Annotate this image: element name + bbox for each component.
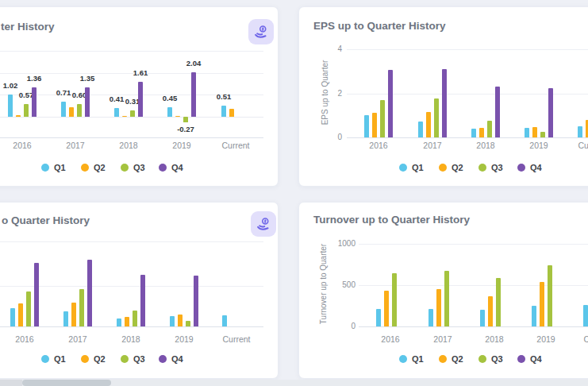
bar-q2[interactable] xyxy=(125,317,130,326)
bar-q2[interactable] xyxy=(384,291,390,326)
bar-q4[interactable] xyxy=(548,88,554,137)
legend-marker-q2 xyxy=(81,164,89,172)
bar-q3[interactable] xyxy=(434,98,440,137)
bar-q4[interactable] xyxy=(34,263,40,326)
bar-q3[interactable] xyxy=(380,100,386,137)
bar-q3[interactable] xyxy=(130,110,136,118)
bar-q1[interactable] xyxy=(429,309,434,326)
bar-q2[interactable] xyxy=(178,315,183,326)
bar-q1[interactable] xyxy=(525,128,530,138)
bar-q2[interactable] xyxy=(479,128,485,138)
bar-q2[interactable] xyxy=(532,127,538,137)
legend-marker-q3 xyxy=(121,355,129,363)
legend-item-q1[interactable]: Q1 xyxy=(412,163,424,172)
x-axis-category-label: Current xyxy=(567,141,588,150)
bar-q2[interactable] xyxy=(372,113,378,137)
legend-item-q1[interactable]: Q1 xyxy=(412,354,424,364)
bar-q4[interactable] xyxy=(140,275,146,326)
bar-q1[interactable] xyxy=(10,308,16,326)
bar-q2[interactable] xyxy=(229,109,235,117)
legend-item-q4[interactable]: Q4 xyxy=(171,163,183,172)
bar-q3[interactable] xyxy=(548,265,553,326)
bar-q1[interactable] xyxy=(532,306,537,326)
bar-q3[interactable] xyxy=(540,132,546,137)
legend-marker-q2 xyxy=(81,355,89,363)
x-axis-category-label: 2018 xyxy=(460,141,511,150)
bar-q3[interactable] xyxy=(392,273,398,326)
bar-q3[interactable] xyxy=(24,104,29,117)
legend-marker-q3 xyxy=(121,164,129,172)
bar-q4[interactable] xyxy=(388,70,394,137)
charts-layer: 1.020.710.410.450.510.570.600.31-0.271.3… xyxy=(0,0,588,386)
bar-q3[interactable] xyxy=(26,291,32,326)
x-axis-category-label: Current xyxy=(211,334,262,344)
bar-q2[interactable] xyxy=(71,303,77,326)
bar-q1[interactable] xyxy=(480,310,486,326)
bar-q2[interactable] xyxy=(16,115,21,117)
bar-q2[interactable] xyxy=(540,282,545,326)
bar-q3[interactable] xyxy=(496,278,502,326)
bar-q4[interactable] xyxy=(138,82,144,117)
bar-q1[interactable] xyxy=(117,318,122,326)
bar-q3[interactable] xyxy=(186,321,191,326)
bar-q4[interactable] xyxy=(87,260,93,326)
bar-q1[interactable] xyxy=(222,315,228,326)
bar-q2[interactable] xyxy=(122,116,128,117)
gridline xyxy=(347,49,588,50)
legend-item-q1[interactable]: Q1 xyxy=(54,354,66,364)
x-axis-category-label: 2016 xyxy=(365,334,416,344)
bar-q3[interactable] xyxy=(77,104,83,118)
legend-item-q3[interactable]: Q3 xyxy=(133,354,145,364)
legend-item-q3[interactable]: Q3 xyxy=(491,354,503,364)
bar-q2[interactable] xyxy=(436,289,442,326)
bar-q4[interactable] xyxy=(85,87,90,117)
bar-q1[interactable] xyxy=(221,106,227,117)
y-axis-tick-label: 0 xyxy=(329,322,355,330)
legend-item-q4[interactable]: Q4 xyxy=(530,163,542,172)
legend-item-q4[interactable]: Q4 xyxy=(171,354,183,364)
bar-q2[interactable] xyxy=(18,303,24,326)
bar-q3[interactable] xyxy=(487,121,493,137)
bar-q1[interactable] xyxy=(63,311,69,326)
legend-item-q3[interactable]: Q3 xyxy=(133,163,145,172)
legend-item-q4[interactable]: Q4 xyxy=(530,354,542,364)
bar-q1[interactable] xyxy=(471,129,477,137)
bar-q2[interactable] xyxy=(69,107,75,117)
bar-q1[interactable] xyxy=(376,309,382,326)
bar-q3[interactable] xyxy=(183,117,189,122)
bar-q1[interactable] xyxy=(578,126,583,137)
legend-item-q3[interactable]: Q3 xyxy=(491,163,503,172)
legend-item-q1[interactable]: Q1 xyxy=(54,163,66,172)
legend-item-q2[interactable]: Q2 xyxy=(452,163,463,172)
bar-q1[interactable] xyxy=(583,305,588,326)
x-axis-line xyxy=(347,137,588,138)
bar-q3[interactable] xyxy=(444,271,450,326)
bar-q1[interactable] xyxy=(418,122,424,137)
legend-marker-q1 xyxy=(399,164,407,172)
bar-q3[interactable] xyxy=(133,311,138,326)
bar-q4[interactable] xyxy=(194,276,199,326)
legend-item-q2[interactable]: Q2 xyxy=(94,354,106,364)
gridline xyxy=(359,244,588,245)
legend-marker-q1 xyxy=(41,355,49,363)
horizontal-scrollbar-thumb[interactable] xyxy=(22,380,111,386)
bar-data-label: 0.51 xyxy=(209,92,238,101)
bar-q1[interactable] xyxy=(114,108,120,117)
bar-q2[interactable] xyxy=(426,112,432,137)
bar-q4[interactable] xyxy=(191,72,197,117)
bar-q4[interactable] xyxy=(495,87,501,137)
legend-item-q2[interactable]: Q2 xyxy=(94,163,106,172)
x-axis-category-label: 2017 xyxy=(407,141,458,150)
bar-q1[interactable] xyxy=(61,102,67,118)
legend-marker-q4 xyxy=(517,164,525,172)
bar-q4[interactable] xyxy=(32,87,37,117)
bar-q3[interactable] xyxy=(79,289,85,326)
bar-q1[interactable] xyxy=(170,316,175,326)
bar-q2[interactable] xyxy=(175,116,181,117)
bar-q2[interactable] xyxy=(488,296,494,326)
legend-item-q2[interactable]: Q2 xyxy=(452,354,463,364)
bar-q1[interactable] xyxy=(167,107,173,117)
bar-data-label: 1.61 xyxy=(126,68,155,77)
bar-q1[interactable] xyxy=(364,115,370,137)
bar-q4[interactable] xyxy=(442,69,448,137)
